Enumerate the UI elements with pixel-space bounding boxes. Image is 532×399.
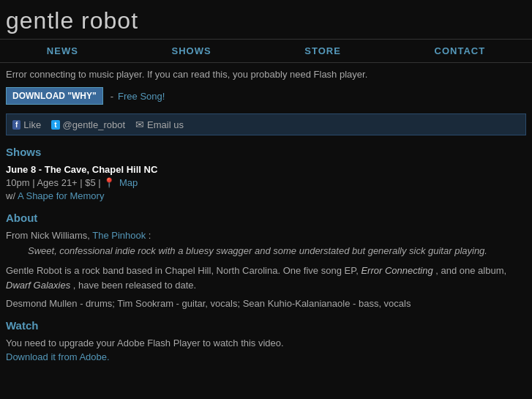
nav-contact[interactable]: CONTACT xyxy=(435,45,486,56)
about-section: About From Nick Williams, The Pinhook : … xyxy=(6,212,526,309)
about-body: Gentle Robot is a rock band based in Cha… xyxy=(6,264,526,292)
email-link[interactable]: ✉ Email us xyxy=(135,119,184,130)
twitter-link[interactable]: t @gentle_robot xyxy=(51,119,125,130)
show-title: June 8 - The Cave, Chapel Hill NC xyxy=(6,164,526,175)
download-separator: - xyxy=(110,91,113,102)
about-ep-title: Error Connecting xyxy=(361,265,432,276)
about-source: From Nick Williams, The Pinhook : xyxy=(6,230,526,241)
twitter-icon: t xyxy=(51,120,59,130)
download-row: DOWNLOAD "WHY" - Free Song! xyxy=(6,87,526,105)
facebook-icon: f xyxy=(12,120,20,130)
email-icon: ✉ xyxy=(135,119,144,130)
about-source-prefix: From Nick Williams, xyxy=(6,230,90,241)
email-label: Email us xyxy=(147,119,184,130)
twitter-label: @gentle_robot xyxy=(63,119,125,130)
show-map-link[interactable]: Map xyxy=(119,177,138,188)
show-with: w/ A Shape for Memory xyxy=(6,190,526,201)
about-title: About xyxy=(6,212,526,224)
about-source-suffix: : xyxy=(149,230,151,241)
about-body-part2: , and one album, xyxy=(435,265,506,276)
about-body-part1: Gentle Robot is a rock band based in Cha… xyxy=(6,265,359,276)
free-song-link[interactable]: Free Song! xyxy=(118,91,165,102)
show-supporting-act-link[interactable]: A Shape for Memory xyxy=(18,190,105,201)
site-title: gentle robot xyxy=(6,7,526,34)
nav-store[interactable]: STORE xyxy=(304,45,341,56)
about-body-part3: , have been released to date. xyxy=(73,280,196,291)
watch-section: Watch You need to upgrade your Adobe Fla… xyxy=(6,319,526,362)
main-content: Error connecting to music player. If you… xyxy=(0,63,532,368)
watch-upgrade-text: You need to upgrade your Adobe Flash Pla… xyxy=(6,338,526,348)
player-error-message: Error connecting to music player. If you… xyxy=(6,69,526,80)
about-members: Desmond Mullen - drums; Tim Sookram - gu… xyxy=(6,298,526,309)
facebook-like-link[interactable]: f Like xyxy=(12,119,41,130)
social-bar: f Like t @gentle_robot ✉ Email us xyxy=(6,113,526,135)
download-button[interactable]: DOWNLOAD "WHY" xyxy=(6,87,103,105)
pinhook-link[interactable]: The Pinhook xyxy=(92,230,146,241)
show-with-prefix: w/ xyxy=(6,190,15,201)
navigation: NEWS SHOWS STORE CONTACT xyxy=(0,39,532,63)
shows-section: Shows June 8 - The Cave, Chapel Hill NC … xyxy=(6,146,526,201)
about-album-title: Dwarf Galaxies xyxy=(6,280,70,291)
show-details: 10pm | Ages 21+ | $5 | 📍 Map xyxy=(6,177,526,188)
map-pin-icon: 📍 xyxy=(103,177,115,188)
watch-title: Watch xyxy=(6,319,526,332)
adobe-download-link[interactable]: Download it from Adobe. xyxy=(6,351,110,362)
show-details-text: 10pm | Ages 21+ | $5 | xyxy=(6,177,101,188)
site-header: gentle robot xyxy=(0,0,532,39)
about-quote: Sweet, confessional indie rock with a bl… xyxy=(28,245,526,256)
nav-shows[interactable]: SHOWS xyxy=(172,45,211,56)
shows-title: Shows xyxy=(6,146,526,158)
nav-news[interactable]: NEWS xyxy=(47,45,78,56)
facebook-label: Like xyxy=(23,119,41,130)
